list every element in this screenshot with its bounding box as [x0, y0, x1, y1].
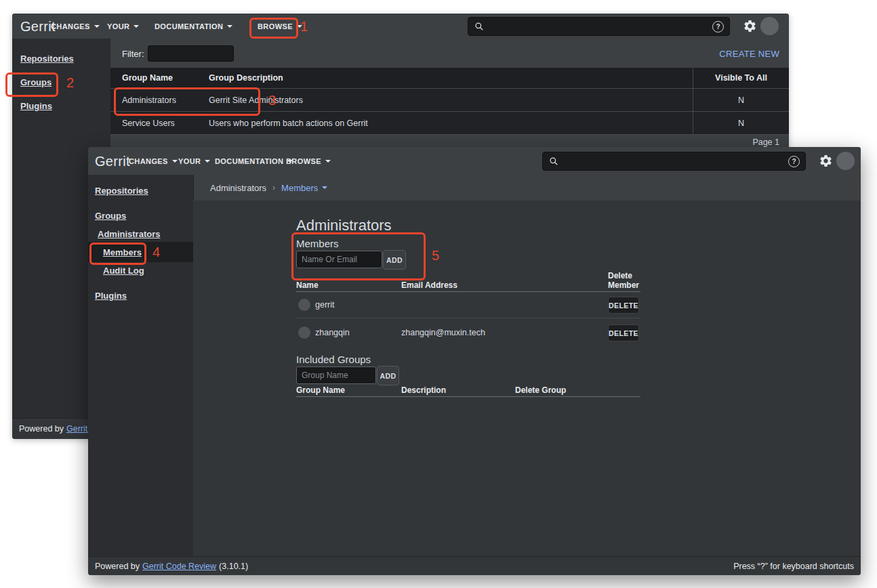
powered-by-prefix: Powered by — [19, 424, 64, 434]
search-input[interactable] — [558, 152, 788, 170]
members-page: Administrators Members ADD 5 Delete Memb… — [193, 201, 861, 557]
chevron-down-icon — [227, 25, 232, 28]
account-avatar[interactable] — [836, 152, 855, 170]
header-group-name: Group Name — [296, 385, 345, 395]
pagination-label: Page 1 — [752, 138, 779, 147]
search-input[interactable] — [484, 18, 712, 35]
chevron-down-icon — [172, 160, 178, 163]
sidebar-item-repositories[interactable]: Repositories — [20, 54, 74, 64]
header-group-description: Group Description — [209, 73, 693, 83]
menu-documentation-label: DOCUMENTATION — [215, 157, 283, 165]
chevron-down-icon — [205, 160, 210, 163]
member-name-cell: zhangqin — [315, 328, 350, 337]
breadcrumb-separator-icon: › — [272, 183, 275, 192]
chevron-down-icon — [322, 186, 327, 189]
powered-by-prefix: Powered by — [95, 562, 140, 571]
chevron-down-icon — [297, 25, 302, 28]
member-name-cell: gerrit — [315, 300, 334, 310]
menu-documentation[interactable]: DOCUMENTATION — [155, 14, 232, 39]
member-avatar — [298, 299, 310, 311]
group-description-cell: Users who perform batch actions on Gerri… — [209, 119, 693, 128]
table-header-divider — [296, 396, 640, 397]
header-delete-member-line1: Delete — [608, 271, 632, 280]
help-icon[interactable]: ? — [788, 156, 800, 167]
menu-your[interactable]: YOUR — [107, 14, 139, 39]
sidebar-item-groups[interactable]: Groups — [95, 211, 126, 221]
menu-documentation[interactable]: DOCUMENTATION — [215, 147, 293, 175]
menu-changes[interactable]: CHANGES — [129, 147, 178, 175]
included-group-add-button[interactable]: ADD — [377, 366, 399, 385]
group-row-service-users[interactable]: Service Users Users who perform batch ac… — [110, 111, 789, 135]
breadcrumb-page-label: Members — [281, 183, 318, 193]
gear-icon[interactable] — [743, 19, 757, 33]
groups-table: Group Name Group Description Visible To … — [110, 68, 789, 135]
menu-changes-label: CHANGES — [129, 157, 168, 165]
menu-browse[interactable]: BROWSE — [258, 14, 302, 39]
group-row-administrators[interactable]: Administrators Gerrit Site Administrator… — [110, 88, 789, 111]
sidebar-item-members[interactable]: Members — [103, 247, 142, 257]
menu-your[interactable]: YOUR — [178, 147, 210, 175]
powered-by-text: Powered byGerrit Code Review(3.10.1) — [95, 562, 248, 571]
member-email-cell: zhangqin@muxin.tech — [401, 328, 485, 337]
breadcrumb: Administrators › Members — [193, 175, 861, 201]
member-add-input[interactable] — [296, 251, 382, 268]
delete-member-button[interactable]: DELETE — [608, 297, 639, 314]
header-visible-to-all: Visible To All — [693, 68, 789, 88]
filter-input[interactable] — [148, 45, 234, 62]
annotation-number-5: 5 — [432, 248, 439, 264]
front-sidebar: Repositories Groups Administrators Membe… — [88, 175, 194, 557]
chevron-down-icon — [325, 160, 331, 163]
group-name-cell[interactable]: Service Users — [110, 119, 209, 128]
menu-your-label: YOUR — [178, 157, 201, 165]
included-groups-label: Included Groups — [296, 354, 371, 365]
menu-browse-label: BROWSE — [258, 22, 293, 30]
header-delete-group: Delete Group — [515, 385, 566, 395]
breadcrumb-page-dropdown[interactable]: Members — [281, 183, 327, 193]
visible-to-all-cell: N — [693, 112, 789, 134]
sidebar-item-repositories[interactable]: Repositories — [95, 186, 148, 196]
header-email-address: Email Address — [401, 280, 457, 290]
menu-documentation-label: DOCUMENTATION — [155, 22, 223, 30]
search-icon — [474, 22, 484, 31]
delete-member-button[interactable]: DELETE — [608, 324, 639, 341]
gerrit-logo[interactable]: Gerrit — [95, 153, 130, 169]
breadcrumb-group-link[interactable]: Administrators — [210, 183, 266, 193]
search-icon — [549, 156, 558, 166]
version-label: (3.10.1) — [219, 562, 248, 571]
filter-label: Filter: — [122, 49, 144, 59]
members-section-label: Members — [296, 238, 339, 249]
table-header-divider — [296, 291, 640, 292]
menu-changes[interactable]: CHANGES — [51, 14, 100, 39]
sidebar-item-plugins[interactable]: Plugins — [20, 101, 52, 111]
included-group-add-input[interactable] — [296, 366, 376, 384]
member-avatar — [298, 327, 310, 339]
account-avatar[interactable] — [760, 17, 779, 35]
header-delete-member-line2: Member — [608, 280, 639, 290]
header-group-name: Group Name — [110, 73, 209, 83]
front-footer: Powered byGerrit Code Review(3.10.1) Pre… — [88, 556, 861, 575]
sidebar-item-groups[interactable]: Groups — [20, 77, 52, 87]
sidebar-item-plugins[interactable]: Plugins — [95, 291, 127, 301]
keyboard-shortcut-hint: Press “?” for keyboard shortcuts — [733, 562, 854, 571]
chevron-down-icon — [134, 25, 139, 28]
chevron-down-icon — [94, 25, 100, 28]
member-add-button[interactable]: ADD — [383, 250, 406, 270]
create-new-button[interactable]: CREATE NEW — [719, 49, 779, 59]
header-name: Name — [296, 280, 319, 290]
menu-your-label: YOUR — [107, 22, 129, 30]
menu-browse-label: BROWSE — [286, 157, 321, 165]
back-topbar: Gerrit CHANGES YOUR DOCUMENTATION BROWSE… — [12, 14, 789, 39]
gear-icon[interactable] — [819, 154, 833, 168]
sidebar-item-audit-log[interactable]: Audit Log — [103, 266, 144, 276]
help-icon[interactable]: ? — [712, 21, 724, 33]
gerrit-code-review-link[interactable]: Gerrit Code Review — [142, 562, 216, 571]
front-topbar: Gerrit CHANGES YOUR DOCUMENTATION BROWSE… — [88, 147, 861, 175]
group-name-cell[interactable]: Administrators — [110, 96, 209, 105]
gerrit-members-window: Gerrit CHANGES YOUR DOCUMENTATION BROWSE… — [88, 147, 861, 575]
screenshot-canvas: { "theme": { "accent_blue": "#8ab4f8", "… — [0, 0, 877, 588]
menu-changes-label: CHANGES — [51, 22, 90, 30]
header-description: Description — [401, 385, 446, 395]
menu-browse[interactable]: BROWSE — [286, 147, 331, 175]
table-row-divider — [296, 318, 640, 318]
sidebar-item-administrators[interactable]: Administrators — [98, 229, 160, 239]
